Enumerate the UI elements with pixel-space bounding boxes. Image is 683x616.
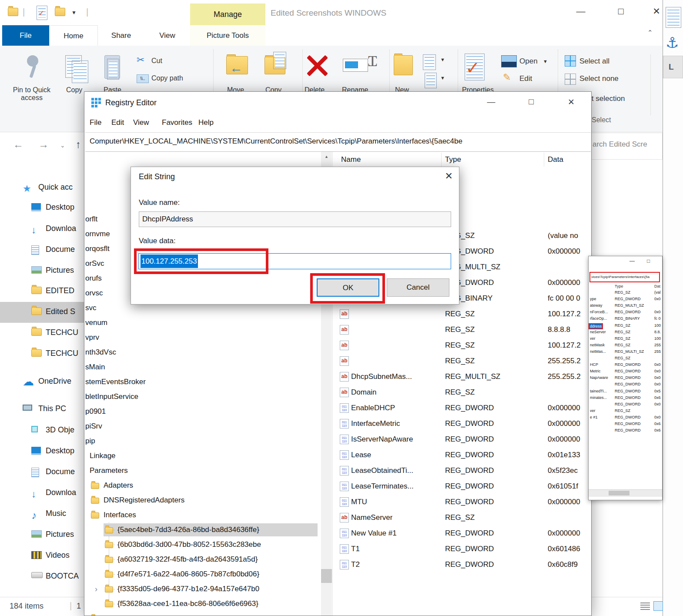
tree-item-13[interactable]: p0901 bbox=[85, 404, 106, 419]
up-button[interactable]: ↑ bbox=[76, 138, 81, 151]
sidebar-item-onedrive[interactable]: ☁OneDrive bbox=[0, 372, 84, 392]
sidebar-item-edited[interactable]: EDITED bbox=[0, 281, 84, 302]
menu-view[interactable]: View bbox=[133, 118, 149, 127]
tree-item-15[interactable]: pip bbox=[85, 434, 95, 449]
pin-icon[interactable] bbox=[27, 55, 38, 67]
sidebar-item-techcu[interactable]: TECHCU bbox=[0, 323, 84, 344]
tree-item-21[interactable]: {5aec4beb-7dd3-426a-86bd-ba8d34636ffe} bbox=[117, 522, 259, 537]
tree-item-18[interactable]: Adapters bbox=[104, 478, 133, 493]
easy-access-icon[interactable] bbox=[425, 73, 437, 88]
scroll-up-icon[interactable]: ▲ bbox=[321, 152, 332, 161]
tree-item-11[interactable]: stemEventsBroker bbox=[85, 375, 146, 389]
anchor-icon[interactable]: ⚓ bbox=[666, 34, 679, 51]
new-item-icon[interactable] bbox=[423, 54, 436, 70]
sidebar-item-docume[interactable]: Docume bbox=[0, 462, 84, 483]
sidebar-item-desktop[interactable]: Desktop bbox=[0, 198, 84, 218]
tree-item-19[interactable]: DNSRegisteredAdapters bbox=[104, 493, 184, 508]
value-row-Lease[interactable]: 011110LeaseREG_DWORD0x01e133 bbox=[333, 448, 591, 463]
tree-item-20[interactable]: Interfaces bbox=[104, 508, 136, 522]
value-row-Domain[interactable]: abDomainREG_SZ bbox=[333, 385, 591, 401]
report-icon[interactable] bbox=[666, 7, 681, 28]
dialog-close-icon[interactable]: ✕ bbox=[445, 171, 453, 182]
tree-item-1[interactable]: ornvme bbox=[85, 227, 110, 241]
value-row-T2[interactable]: 011110T2REG_DWORD0x60c8f9 bbox=[333, 557, 591, 573]
sidebar-item-downloa[interactable]: ↓Downloa bbox=[0, 483, 84, 504]
tree-item-26[interactable]: {f53628aa-cee1-11ea-bc86-806e6f6e6963} bbox=[117, 596, 258, 611]
tree-item-14[interactable]: piSrv bbox=[85, 419, 102, 434]
minimize-button[interactable]: — bbox=[573, 6, 588, 17]
forward-button[interactable]: → bbox=[38, 138, 49, 151]
sidebar-item-pictures[interactable]: Pictures bbox=[0, 261, 84, 281]
tree-item-7[interactable]: venum bbox=[85, 315, 107, 330]
corner-tool-panel[interactable]: L bbox=[663, 56, 683, 78]
close-button[interactable]: ✕ bbox=[649, 6, 664, 17]
scroll-thumb[interactable] bbox=[321, 569, 332, 583]
sidebar-item-this-pc[interactable]: This PC bbox=[0, 399, 84, 420]
value-row-MTU[interactable]: 011110MTUREG_DWORD0x000000 bbox=[333, 495, 591, 510]
tree-item-12[interactable]: bletInputService bbox=[85, 389, 138, 404]
new-item-dropdown-icon[interactable]: ▼ bbox=[440, 57, 445, 62]
rename-icon[interactable] bbox=[343, 59, 368, 72]
value-row-InterfaceMetric[interactable]: 011110InterfaceMetricREG_DWORD0x000000 bbox=[333, 416, 591, 432]
value-row-New Value #1[interactable]: 011110New Value #1REG_DWORD0x000000 bbox=[333, 526, 591, 542]
value-row-LeaseObtainedTi...[interactable]: 011110LeaseObtainedTi...REG_DWORD0x5f23e… bbox=[333, 463, 591, 479]
tree-item-2[interactable]: orqosflt bbox=[85, 241, 110, 256]
pin-to-quick-access-button[interactable]: Pin to Quickaccess bbox=[3, 86, 60, 102]
tree-item-4[interactable]: orufs bbox=[85, 271, 102, 286]
regedit-minimize-button[interactable]: — bbox=[485, 97, 498, 107]
tree-item-0[interactable]: orflt bbox=[85, 212, 97, 227]
large-icons-view-icon[interactable] bbox=[653, 601, 663, 611]
tab-picture-tools[interactable]: Picture Tools bbox=[190, 25, 265, 46]
sidebar-item-downloa[interactable]: ↓Downloa bbox=[0, 219, 84, 240]
sidebar-item-3d-obje[interactable]: 3D Obje bbox=[0, 420, 84, 441]
sidebar-item-videos[interactable]: Videos bbox=[0, 546, 84, 566]
tree-item-8[interactable]: vprv bbox=[85, 330, 99, 345]
menu-favorites[interactable]: Favorites bbox=[162, 118, 192, 127]
sidebar-item-bootca[interactable]: BOOTCA bbox=[0, 566, 84, 587]
value-row-EnableDHCP[interactable]: 011110EnableDHCPREG_DWORD0x000000 bbox=[333, 401, 591, 416]
cancel-button[interactable]: Cancel bbox=[387, 278, 449, 297]
tree-item-9[interactable]: nth3dVsc bbox=[85, 345, 116, 360]
value-row-hidden-5[interactable]: abREG_SZ100.127.2 bbox=[333, 307, 591, 322]
value-row-DhcpSubnetMas...[interactable]: abDhcpSubnetMas...REG_MULTI_SZ255.255.2 bbox=[333, 369, 591, 385]
open-dropdown-icon[interactable]: ▼ bbox=[543, 59, 548, 64]
manage-contextual-tab[interactable]: Manage bbox=[190, 3, 265, 25]
mini-scroll-thumb[interactable] bbox=[609, 491, 629, 495]
tab-file[interactable]: File bbox=[2, 25, 49, 46]
tree-item-16[interactable]: Linkage bbox=[90, 449, 116, 463]
tree-item-17[interactable]: Parameters bbox=[90, 463, 128, 478]
qat-folder2-icon[interactable] bbox=[55, 8, 65, 16]
menu-file[interactable]: File bbox=[90, 118, 101, 127]
tree-item-22[interactable]: {6b03bd6d-3d00-47bb-8052-15563c283ebe bbox=[117, 537, 261, 552]
regedit-close-button[interactable]: ✕ bbox=[565, 97, 578, 107]
value-row-LeaseTerminates...[interactable]: 011110LeaseTerminates...REG_DWORD0x61051… bbox=[333, 479, 591, 495]
sidebar-item-desktop[interactable]: Desktop bbox=[0, 441, 84, 462]
chevron-right-icon[interactable]: › bbox=[95, 582, 97, 596]
back-button[interactable]: ← bbox=[13, 138, 23, 151]
edit-button[interactable]: Edit bbox=[519, 74, 532, 83]
sidebar-item-quick-acc[interactable]: ★Quick acc bbox=[0, 177, 84, 198]
tab-share[interactable]: Share bbox=[98, 25, 144, 46]
copy-button[interactable]: Copy bbox=[66, 86, 82, 94]
tree-item-27[interactable]: NsiObjectSecurity bbox=[104, 611, 162, 616]
value-row-hidden-8[interactable]: abREG_SZ255.255.2 bbox=[333, 354, 591, 369]
tree-item-23[interactable]: {a6032719-322f-45fb-a4f3-da2643591a5d} bbox=[117, 552, 258, 567]
tree-item-24[interactable]: {d4f7e571-6a22-4a06-8605-7b87cfb0bd06} bbox=[117, 567, 259, 582]
copy-path-button[interactable]: Copy path bbox=[151, 74, 183, 82]
details-view-icon[interactable] bbox=[640, 601, 650, 611]
sidebar-item-pictures[interactable]: Pictures bbox=[0, 525, 84, 546]
menu-help[interactable]: Help bbox=[198, 118, 214, 127]
regedit-maximize-button[interactable]: □ bbox=[525, 97, 538, 107]
value-row-hidden-6[interactable]: abREG_SZ8.8.8.8 bbox=[333, 322, 591, 338]
value-row-NameServer[interactable]: abNameServerREG_SZ bbox=[333, 510, 591, 526]
tree-item-25[interactable]: {f3335d05-de96-4377-b1e2-94a157e647b0 bbox=[117, 582, 259, 596]
value-row-T1[interactable]: 011110T1REG_DWORD0x601486 bbox=[333, 542, 591, 557]
collapse-ribbon-icon[interactable]: ⌃ bbox=[647, 29, 653, 37]
qat-dropdown-icon[interactable]: ▼ bbox=[71, 10, 77, 16]
delete-icon[interactable] bbox=[306, 54, 328, 77]
select-all-button[interactable]: Select all bbox=[579, 57, 609, 66]
open-button[interactable]: Open bbox=[519, 57, 538, 66]
sidebar-item-docume[interactable]: Docume bbox=[0, 240, 84, 261]
cut-button[interactable]: Cut bbox=[151, 57, 162, 65]
tab-view[interactable]: View bbox=[144, 25, 190, 46]
